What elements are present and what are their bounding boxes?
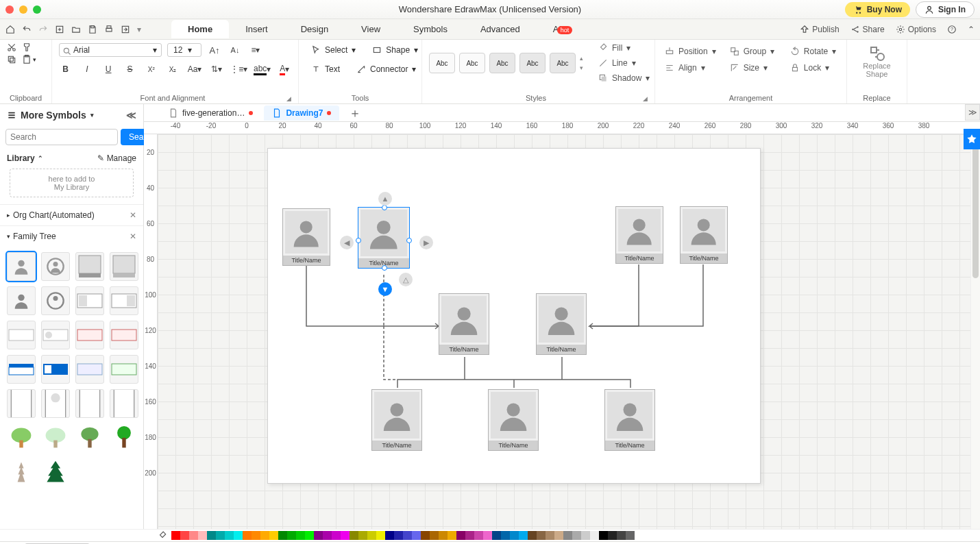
connector-tool[interactable]: Connector▾	[351, 62, 421, 77]
shape-tool[interactable]: Shape▾	[367, 42, 424, 58]
color-swatch[interactable]	[537, 531, 546, 540]
paste-button[interactable]: ▾	[22, 55, 36, 64]
color-swatch[interactable]	[171, 531, 180, 540]
color-swatch[interactable]	[456, 531, 465, 540]
minimize-window[interactable]	[19, 5, 27, 14]
family-card[interactable]: Title/Name	[604, 389, 655, 451]
buy-now-button[interactable]: Buy Now	[845, 2, 910, 17]
undo-icon[interactable]	[22, 25, 32, 34]
home-icon[interactable]	[5, 25, 15, 34]
add-node-up[interactable]: ▲	[378, 192, 392, 206]
superscript-button[interactable]: X²	[145, 62, 158, 77]
tree-shape[interactable]	[7, 458, 36, 486]
color-swatch[interactable]	[287, 531, 296, 540]
color-swatch[interactable]	[581, 531, 590, 540]
family-card[interactable]: Title/Name	[615, 206, 663, 264]
open-icon[interactable]	[71, 25, 81, 34]
color-swatch[interactable]	[341, 531, 350, 540]
style-preset-2[interactable]: Abc	[459, 53, 485, 73]
replace-shape-icon[interactable]	[869, 45, 885, 62]
color-swatch[interactable]	[269, 531, 278, 540]
tab-insert[interactable]: Insert	[229, 20, 284, 38]
color-swatch[interactable]	[332, 531, 341, 540]
family-card[interactable]: Title/Name	[680, 206, 728, 264]
increase-font-icon[interactable]: A↑	[207, 42, 222, 58]
color-swatch[interactable]	[189, 531, 198, 540]
font-expand-icon[interactable]: ◢	[286, 95, 291, 102]
shape-thumb[interactable]	[7, 321, 36, 349]
color-swatch[interactable]	[216, 531, 225, 540]
color-swatch[interactable]	[492, 531, 501, 540]
publish-button[interactable]: Publish	[800, 25, 839, 34]
color-swatch[interactable]	[260, 531, 269, 540]
tab-view[interactable]: View	[345, 20, 397, 38]
shape-thumb[interactable]	[110, 252, 138, 281]
color-swatch[interactable]	[608, 531, 617, 540]
color-swatch[interactable]	[278, 531, 287, 540]
section-org-chart[interactable]: ▸Org Chart(Automated)✕	[0, 205, 143, 225]
redo-icon[interactable]	[38, 25, 48, 34]
save-icon[interactable]	[88, 25, 97, 34]
highlight-button[interactable]: abc▾	[255, 62, 270, 77]
style-preset-4[interactable]: Abc	[519, 53, 546, 73]
color-swatch[interactable]	[465, 531, 474, 540]
shape-thumb[interactable]	[110, 286, 138, 315]
share-button[interactable]: Share	[850, 25, 885, 34]
color-swatch[interactable]	[350, 531, 358, 540]
add-node-collapse[interactable]: △	[399, 273, 413, 286]
shadow-button[interactable]: Shadow▾	[596, 72, 652, 84]
color-swatch[interactable]	[296, 531, 305, 540]
format-painter-icon[interactable]	[22, 42, 32, 52]
shape-thumb[interactable]	[41, 355, 70, 384]
style-scroll-up[interactable]: ▴	[580, 55, 583, 62]
fill-color-icon[interactable]	[158, 531, 167, 541]
close-section-icon[interactable]: ✕	[130, 210, 136, 220]
shape-thumb[interactable]	[75, 321, 104, 349]
style-preset-1[interactable]: Abc	[429, 53, 455, 73]
right-panel-collapse[interactable]: ≫	[965, 104, 980, 121]
italic-button[interactable]: I	[80, 62, 93, 77]
tree-shape[interactable]	[110, 423, 138, 452]
quick-access-dropdown[interactable]: ▾	[137, 25, 141, 34]
color-swatch[interactable]	[483, 531, 492, 540]
collapse-ribbon-button[interactable]: ⌃	[968, 25, 975, 34]
shape-thumb[interactable]	[7, 286, 36, 315]
color-swatch[interactable]	[572, 531, 581, 540]
tab-symbols[interactable]: Symbols	[397, 20, 464, 38]
style-preset-3[interactable]: Abc	[489, 53, 515, 73]
shape-thumb[interactable]	[41, 286, 70, 315]
style-gallery[interactable]: Abc Abc Abc Abc Abc ▴▾	[429, 53, 583, 73]
file-tab[interactable]: five-generation…	[160, 106, 261, 121]
export-icon[interactable]	[121, 25, 130, 34]
print-icon[interactable]	[104, 25, 114, 34]
color-swatch[interactable]	[590, 531, 599, 540]
color-swatch[interactable]	[225, 531, 234, 540]
color-swatch[interactable]	[448, 531, 456, 540]
section-family-tree[interactable]: ▾Family Tree✕	[0, 226, 143, 247]
bullets-button[interactable]: ⋮≡▾	[232, 62, 247, 77]
manage-library-button[interactable]: ✎ Manage	[97, 153, 136, 163]
shape-thumb[interactable]	[110, 355, 138, 384]
line-button[interactable]: Line▾	[596, 57, 652, 69]
tree-shape[interactable]	[7, 423, 36, 452]
tab-home[interactable]: Home	[171, 20, 229, 38]
color-swatch[interactable]	[546, 531, 554, 540]
color-swatch[interactable]	[394, 531, 403, 540]
library-label[interactable]: Library	[7, 153, 35, 163]
tree-shape[interactable]	[75, 423, 104, 452]
tree-shape[interactable]	[41, 458, 70, 486]
color-swatch[interactable]	[198, 531, 207, 540]
maximize-window[interactable]	[33, 5, 41, 14]
right-accent-tab[interactable]	[964, 129, 980, 149]
align-menu[interactable]: ≡▾	[248, 42, 263, 58]
tab-advanced[interactable]: Advanced	[464, 20, 537, 38]
shape-thumb[interactable]	[75, 389, 104, 418]
add-tab-button[interactable]: ＋	[342, 105, 368, 121]
color-swatch[interactable]	[376, 531, 385, 540]
color-swatch[interactable]	[403, 531, 412, 540]
bold-button[interactable]: B	[59, 62, 72, 77]
rotate-button[interactable]: Rotate▾	[787, 45, 840, 58]
close-window[interactable]	[5, 5, 14, 14]
family-card[interactable]: Title/Name	[282, 208, 330, 266]
decrease-font-icon[interactable]: A↓	[228, 42, 243, 58]
